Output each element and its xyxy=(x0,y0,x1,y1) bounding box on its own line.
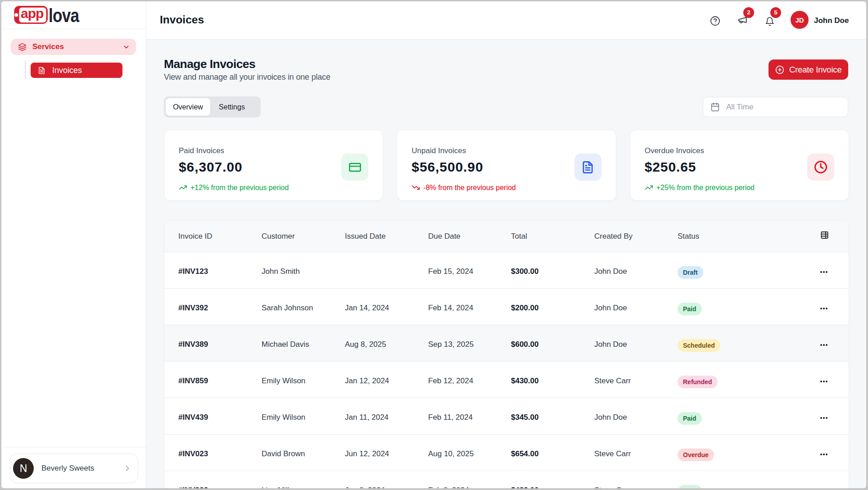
svg-text:app: app xyxy=(21,6,44,21)
svg-text:lova: lova xyxy=(49,6,79,26)
